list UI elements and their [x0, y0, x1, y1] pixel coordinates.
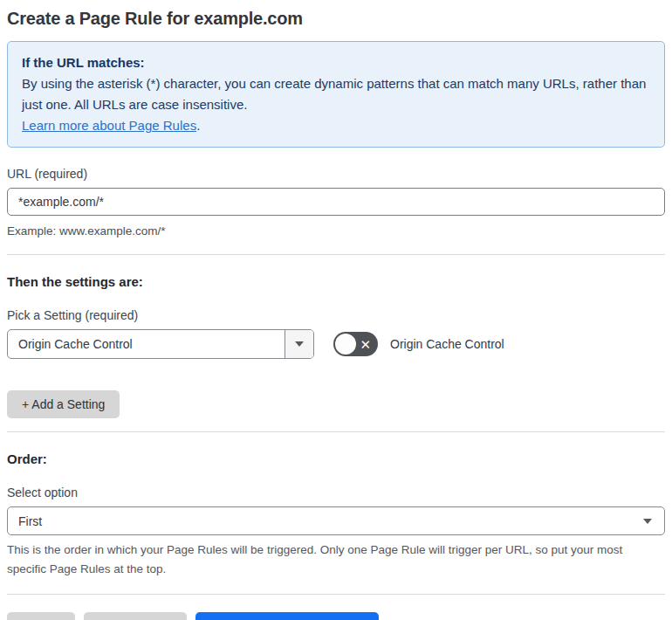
- url-input[interactable]: [7, 188, 665, 216]
- settings-section-heading: Then the settings are:: [7, 274, 665, 289]
- origin-cache-control-toggle[interactable]: ✕: [333, 332, 378, 356]
- url-field-label: URL (required): [7, 167, 665, 181]
- order-section-heading: Order:: [7, 451, 665, 466]
- order-select-label: Select option: [7, 486, 665, 499]
- divider: [7, 594, 665, 595]
- order-helper-text: This is the order in which your Page Rul…: [7, 541, 665, 579]
- toggle-label: Origin Cache Control: [390, 337, 504, 351]
- chevron-down-icon: [295, 341, 304, 347]
- info-box-body: By using the asterisk (*) character, you…: [22, 73, 650, 115]
- toggle-off-x-icon: ✕: [360, 332, 371, 356]
- divider: [7, 431, 665, 432]
- order-select[interactable]: First: [7, 506, 665, 535]
- add-setting-button[interactable]: + Add a Setting: [7, 390, 120, 418]
- url-example-helper: Example: www.example.com/*: [7, 222, 665, 240]
- url-match-info-box: If the URL matches: By using the asteris…: [7, 41, 665, 148]
- toggle-knob: [335, 334, 356, 355]
- setting-row: Origin Cache Control ✕ Origin Cache Cont…: [7, 329, 665, 359]
- setting-select[interactable]: Origin Cache Control: [7, 329, 314, 359]
- learn-more-link[interactable]: Learn more about Page Rules: [22, 118, 196, 133]
- create-page-rule-form: Create a Page Rule for example.com If th…: [0, 0, 672, 620]
- setting-select-value: Origin Cache Control: [8, 330, 285, 358]
- save-and-deploy-button[interactable]: Save and Deploy Page Rule: [195, 612, 379, 620]
- divider: [7, 254, 665, 255]
- page-title: Create a Page Rule for example.com: [7, 7, 665, 29]
- setting-select-arrow-button[interactable]: [285, 330, 313, 358]
- footer-actions: Cancel Save as Draft Save and Deploy Pag…: [7, 612, 665, 620]
- add-setting-wrap: + Add a Setting: [7, 390, 665, 418]
- chevron-down-icon: [643, 519, 652, 524]
- cancel-button[interactable]: Cancel: [7, 612, 75, 620]
- setting-picker-label: Pick a Setting (required): [7, 308, 665, 322]
- link-period: .: [196, 118, 200, 133]
- info-box-heading: If the URL matches:: [22, 52, 650, 73]
- save-as-draft-button[interactable]: Save as Draft: [84, 612, 188, 620]
- order-select-value: First: [18, 514, 42, 528]
- info-box-link-line: Learn more about Page Rules.: [22, 115, 650, 136]
